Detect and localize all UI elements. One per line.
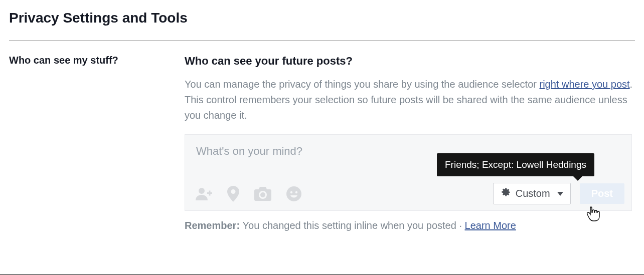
audience-tooltip: Friends; Except: Lowell Heddings — [437, 153, 594, 176]
emoji-icon[interactable] — [286, 186, 301, 201]
gear-icon — [501, 187, 511, 200]
right-where-you-post-link[interactable]: right where you post — [540, 79, 630, 90]
composer-icons — [192, 186, 301, 202]
location-icon[interactable] — [227, 186, 239, 202]
right-column: Who can see your future posts? You can m… — [185, 55, 635, 231]
composer-right-controls: Friends; Except: Lowell Heddings Custom … — [493, 183, 624, 204]
svg-point-5 — [295, 191, 297, 193]
learn-more-link[interactable]: Learn More — [465, 220, 516, 231]
post-button[interactable]: Post — [580, 183, 624, 204]
description: You can manage the privacy of things you… — [185, 77, 635, 123]
privacy-settings-page: Privacy Settings and Tools Who can see m… — [0, 0, 644, 275]
audience-selector-button[interactable]: Custom — [493, 183, 571, 204]
remember-line: Remember: You changed this setting inlin… — [185, 220, 635, 231]
composer-toolbar: Friends; Except: Lowell Heddings Custom … — [185, 178, 631, 210]
question-heading: Who can see your future posts? — [185, 55, 635, 68]
svg-point-3 — [286, 186, 301, 201]
left-column: Who can see my stuff? — [9, 55, 185, 231]
description-text-1: You can manage the privacy of things you… — [185, 79, 540, 90]
page-title: Privacy Settings and Tools — [9, 10, 635, 26]
remember-separator: · — [456, 220, 465, 231]
section-title: Who can see my stuff? — [9, 55, 185, 66]
svg-point-4 — [290, 191, 292, 193]
chevron-down-icon — [557, 192, 563, 196]
svg-point-0 — [199, 188, 205, 194]
composer-placeholder: What's on your mind? — [196, 145, 302, 157]
audience-label: Custom — [516, 188, 550, 199]
camera-icon[interactable] — [254, 187, 271, 201]
post-composer: What's on your mind? — [185, 134, 632, 211]
tag-people-icon[interactable] — [195, 186, 212, 201]
remember-text: You changed this setting inline when you… — [243, 220, 456, 231]
columns: Who can see my stuff? Who can see your f… — [9, 41, 635, 231]
svg-rect-2 — [209, 190, 211, 195]
remember-label: Remember: — [185, 220, 243, 231]
